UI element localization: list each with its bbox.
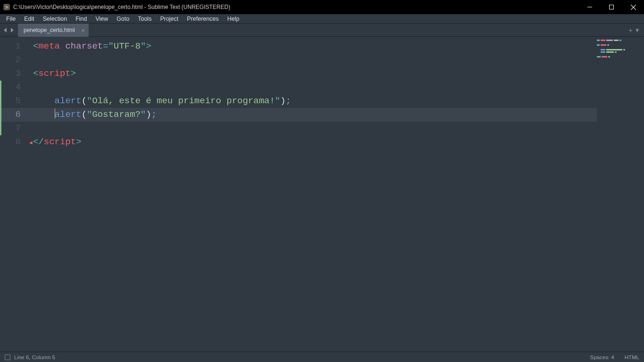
line-number: 3 [0,67,29,81]
code-line[interactable] [29,53,644,67]
line-number: 7 [0,122,29,135]
menu-selection[interactable]: Selection [39,15,71,23]
code-line[interactable]: alert("Olá, este é meu primeiro programa… [29,94,644,108]
menu-edit[interactable]: Edit [20,15,39,23]
menu-help[interactable]: Help [223,15,244,23]
line-number: 8 [0,135,29,149]
minimap[interactable] [597,37,644,352]
editor: 12345678 ◀ <meta charset="UTF-8"><script… [0,37,644,352]
code-line[interactable] [29,81,644,94]
menu-tools[interactable]: Tools [133,15,156,23]
svg-rect-2 [610,5,614,9]
line-number: 1 [0,40,29,53]
code-line[interactable]: alert("Gostaram?"); [29,108,644,122]
window-controls [579,0,644,14]
menubar: File Edit Selection Find View Goto Tools… [0,14,644,24]
line-number: 2 [0,53,29,67]
tab-file[interactable]: penelope_certo.html × [18,24,89,37]
maximize-button[interactable] [601,0,622,14]
menu-preferences[interactable]: Preferences [183,15,223,23]
lint-marker-icon: ◀ [29,140,33,143]
gutter: 12345678 [0,37,29,352]
line-number: 5 [0,94,29,108]
menu-goto[interactable]: Goto [112,15,133,23]
code-line[interactable]: <script> [29,67,644,81]
app-icon [3,3,10,11]
tab-close-icon[interactable]: × [81,26,85,33]
minimize-button[interactable] [579,0,601,14]
code-line[interactable] [29,122,644,135]
code-line[interactable]: </script> [29,135,644,149]
line-number: 6 [0,108,29,122]
tab-history-back-icon[interactable] [2,26,8,34]
statusbar: Line 6, Column 5 Spaces: 4 HTML [0,352,644,362]
app-window: C:\Users\Victor\Desktop\logica\penelope_… [0,0,644,362]
status-spaces[interactable]: Spaces: 4 [590,354,614,360]
new-tab-icon[interactable]: + [628,26,633,34]
menu-project[interactable]: Project [156,15,183,23]
titlebar: C:\Users\Victor\Desktop\logica\penelope_… [0,0,644,14]
status-position[interactable]: Line 6, Column 5 [14,354,55,360]
close-button[interactable] [622,0,644,14]
tab-history-forward-icon[interactable] [8,26,15,34]
menu-file[interactable]: File [2,15,20,23]
menu-find[interactable]: Find [71,15,91,23]
window-title: C:\Users\Victor\Desktop\logica\penelope_… [13,4,230,10]
panel-toggle-icon[interactable] [5,354,10,360]
status-syntax[interactable]: HTML [625,354,639,360]
line-number: 4 [0,81,29,94]
tab-label: penelope_certo.html [24,27,75,33]
code-area[interactable]: ◀ <meta charset="UTF-8"><script> alert("… [29,37,644,352]
code-line[interactable]: <meta charset="UTF-8"> [29,40,644,53]
menu-view[interactable]: View [91,15,112,23]
tabstrip: penelope_certo.html × + ▾ [0,24,644,37]
tab-overflow-icon[interactable]: ▾ [636,26,639,34]
